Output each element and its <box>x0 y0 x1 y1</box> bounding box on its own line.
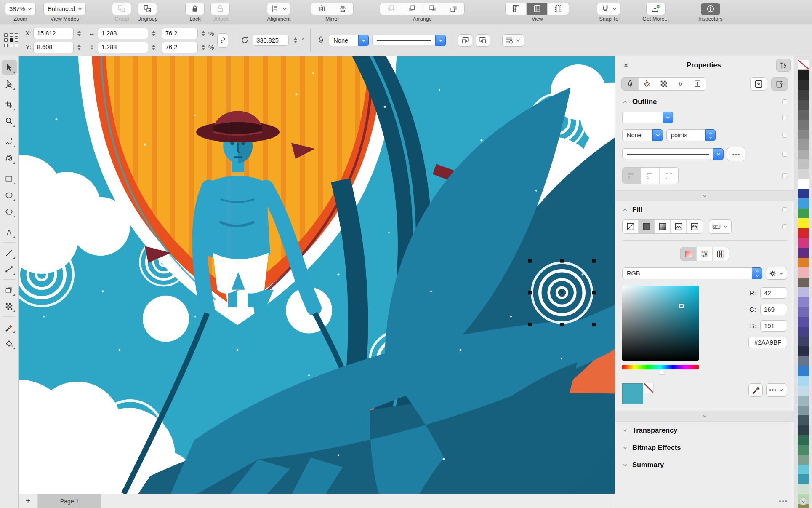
palette-swatch[interactable] <box>798 327 809 337</box>
outline-preset-dropdown[interactable] <box>622 112 673 123</box>
pick-tool[interactable] <box>2 60 17 75</box>
rotation-stepper[interactable] <box>292 35 298 46</box>
corner-style-round-button[interactable] <box>641 168 660 184</box>
outline-preset-checkbox[interactable] <box>782 115 787 120</box>
palette-swatch[interactable] <box>798 435 809 445</box>
r-value-field[interactable]: 42 <box>760 287 787 299</box>
palette-swatch[interactable] <box>798 278 809 287</box>
wrap-text-alt-button[interactable] <box>476 34 490 47</box>
drawing-canvas[interactable] <box>19 56 615 494</box>
fill-fountain-button[interactable] <box>655 220 671 233</box>
outline-width-dropdown[interactable]: None <box>329 35 369 46</box>
scale-width-field[interactable]: 76.2 <box>162 28 198 39</box>
width-stepper[interactable] <box>150 28 157 39</box>
anchor-point-selector[interactable] <box>4 33 19 48</box>
export-style-button[interactable] <box>750 77 767 91</box>
palette-swatch[interactable] <box>798 455 809 465</box>
palette-swatch[interactable] <box>798 209 809 218</box>
color-field-selector[interactable] <box>679 304 684 308</box>
palette-swatch-none[interactable] <box>798 60 809 70</box>
outline-width-panel-dropdown[interactable]: None <box>622 129 663 141</box>
outline-width-dropdown-button[interactable] <box>358 35 369 46</box>
palette-swatch[interactable] <box>798 150 809 159</box>
color-model-stepper[interactable] <box>752 267 762 279</box>
palette-swatch[interactable] <box>798 346 809 356</box>
transparency-tool[interactable] <box>2 299 17 314</box>
scale-height-stepper[interactable] <box>200 42 206 53</box>
outline-override-checkbox[interactable] <box>782 99 787 104</box>
current-outline-swatch[interactable] <box>644 383 654 393</box>
fill-pattern-button[interactable] <box>671 220 687 233</box>
outline-section-header[interactable]: Outline <box>615 94 794 109</box>
outline-corner-checkbox[interactable] <box>782 173 787 178</box>
ungroup-button[interactable] <box>138 3 157 15</box>
palette-swatch[interactable] <box>798 218 809 228</box>
view-modes-dropdown[interactable]: Enhanced <box>43 3 86 15</box>
snap-to-dropdown[interactable] <box>597 3 620 15</box>
palette-swatch[interactable] <box>798 70 809 80</box>
outline-style-dropdown[interactable] <box>372 35 446 46</box>
crop-tool[interactable] <box>2 97 17 112</box>
color-options-gear-dropdown[interactable] <box>766 267 787 280</box>
artistic-media-tool[interactable] <box>2 150 17 166</box>
arrange-to-back-button[interactable] <box>443 3 464 15</box>
bitmap-effects-section-header[interactable]: Bitmap Effects <box>615 439 794 456</box>
arrange-backward-button[interactable] <box>422 3 443 15</box>
palette-swatch[interactable] <box>798 297 809 307</box>
rotation-angle-field[interactable]: 330.825 <box>253 35 289 46</box>
fill-more-dropdown[interactable]: ••• <box>766 383 787 397</box>
bezier-tool[interactable] <box>2 262 17 277</box>
palette-swatch[interactable] <box>798 248 809 257</box>
page-tab[interactable]: Page 1 <box>38 494 101 508</box>
width-field[interactable]: 1.288 <box>98 28 148 39</box>
outline-style-dropdown-button[interactable] <box>435 35 446 46</box>
color-viewer-button[interactable] <box>681 247 697 261</box>
corner-style-bevel-button[interactable] <box>660 168 678 184</box>
panel-options-icon[interactable] <box>776 59 791 72</box>
summary-section-header[interactable]: Summary <box>615 456 794 473</box>
palette-swatch[interactable] <box>798 179 809 189</box>
fill-type-checkbox[interactable] <box>782 224 787 229</box>
palette-swatch[interactable] <box>798 465 809 474</box>
zoom-tool[interactable] <box>2 113 17 128</box>
color-eyedropper-tool[interactable] <box>2 319 17 334</box>
palette-swatch[interactable] <box>798 376 809 386</box>
outline-preset-dropdown-button[interactable] <box>663 112 673 123</box>
palette-swatch[interactable] <box>798 396 809 405</box>
palette-swatch[interactable] <box>798 238 809 248</box>
arrange-forward-button[interactable] <box>401 3 422 15</box>
scale-height-field[interactable]: 76.2 <box>162 42 198 53</box>
outline-settings-more-button[interactable]: ••• <box>727 147 745 161</box>
tab-effects[interactable] <box>672 78 689 90</box>
y-stepper[interactable] <box>76 42 82 53</box>
outline-style-checkbox[interactable] <box>782 152 787 157</box>
tab-outline[interactable] <box>622 78 639 90</box>
mirror-horizontal-button[interactable] <box>311 3 332 15</box>
eyedropper-button[interactable] <box>748 383 763 397</box>
tab-summary[interactable] <box>689 78 706 90</box>
outline-units-dropdown[interactable]: points <box>666 129 716 141</box>
add-page-button[interactable]: + <box>19 494 38 508</box>
palette-swatch[interactable] <box>798 267 809 277</box>
drop-shadow-tool[interactable] <box>2 282 17 297</box>
zoom-level-dropdown[interactable]: 387% <box>5 3 36 15</box>
ellipse-tool[interactable] <box>2 187 17 203</box>
object-options-dropdown[interactable] <box>502 34 524 47</box>
x-stepper[interactable] <box>76 28 82 39</box>
view-grid-button[interactable] <box>527 3 548 15</box>
hue-slider[interactable] <box>622 365 699 369</box>
outline-line-style-button[interactable] <box>713 148 724 160</box>
fill-library-dropdown[interactable] <box>709 219 732 234</box>
palette-swatch[interactable] <box>798 287 809 297</box>
palette-swatch[interactable] <box>798 159 809 169</box>
color-palettes-button[interactable] <box>713 247 729 261</box>
palette-swatch[interactable] <box>798 130 809 139</box>
interactive-fill-tool[interactable] <box>2 336 17 351</box>
hex-value-field[interactable]: #2AA9BF <box>748 337 787 348</box>
lock-ratio-button[interactable] <box>217 33 228 48</box>
mirror-vertical-button[interactable] <box>332 3 353 15</box>
b-value-field[interactable]: 191 <box>760 320 787 332</box>
palette-swatch[interactable] <box>798 258 809 267</box>
view-page-button[interactable] <box>548 3 569 15</box>
palette-swatch[interactable] <box>798 317 809 326</box>
